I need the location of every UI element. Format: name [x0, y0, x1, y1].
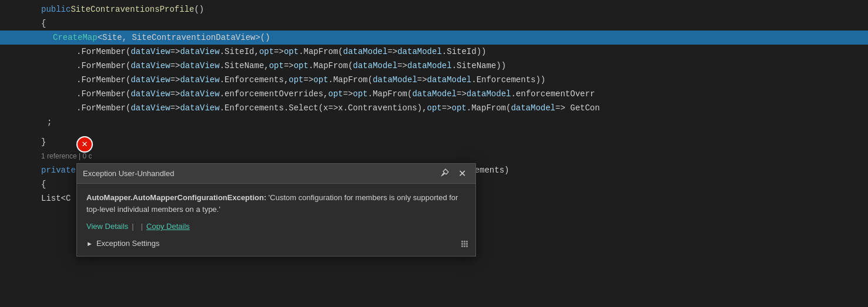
code-line-6: .ForMember(dataView => dataView.Enforcem…: [0, 73, 868, 87]
code-line-close-brace: }: [0, 135, 868, 149]
error-icon: ✕: [76, 136, 93, 153]
close-button[interactable]: ✕: [455, 168, 470, 180]
code-line-8: .ForMember(dataView => dataView.Enforcem…: [0, 101, 868, 115]
svg-rect-3: [461, 243, 463, 245]
error-circle: ✕: [76, 136, 93, 153]
code-line-reference: 1 reference | 0 c: [0, 149, 868, 163]
link-sep-2: |: [141, 222, 143, 231]
popup-body: AutoMapper.AutoMapperConfigurationExcept…: [77, 184, 475, 256]
expand-arrow-icon: ►: [86, 240, 93, 247]
svg-rect-2: [466, 241, 468, 242]
code-line-5: .ForMember(dataView => dataView.SiteName…: [0, 59, 868, 73]
code-line-9: ;: [0, 115, 868, 129]
code-line-7: .ForMember(dataView => dataView.enforcem…: [0, 87, 868, 101]
exception-settings-label: Exception Settings: [96, 239, 160, 248]
exception-settings[interactable]: ► Exception Settings: [86, 237, 466, 250]
code-line-2: {: [0, 16, 868, 31]
grid-icon: [461, 241, 470, 251]
code-line-3: CreateMap<Site, SiteContraventionDataVie…: [0, 31, 868, 45]
svg-rect-6: [461, 245, 463, 247]
svg-rect-4: [464, 243, 465, 245]
live-share-link[interactable]: Copy Details: [146, 222, 190, 231]
code-line-4: .ForMember(dataView => dataView.SiteId, …: [0, 45, 868, 59]
exception-message: AutoMapper.AutoMapperConfigurationExcept…: [86, 192, 466, 215]
svg-rect-0: [461, 241, 463, 242]
popup-title: Exception User-Unhandled: [83, 169, 174, 178]
exception-type: AutoMapper.AutoMapperConfigurationExcept…: [86, 193, 266, 202]
svg-rect-7: [464, 245, 465, 247]
link-sep-1: |: [132, 222, 133, 231]
exception-popup: Exception User-Unhandled ✕ AutoMapper.Au…: [76, 163, 476, 257]
svg-rect-8: [466, 245, 468, 247]
pin-button[interactable]: [438, 167, 451, 180]
code-line-1: public SiteContraventionsProfile(): [0, 0, 868, 16]
popup-links: View Details | | Copy Details: [86, 222, 466, 231]
code-editor: public SiteContraventionsProfile() { Cre…: [0, 0, 868, 307]
svg-rect-5: [466, 243, 468, 245]
svg-rect-1: [464, 241, 465, 242]
popup-header: Exception User-Unhandled ✕: [77, 164, 475, 184]
view-details-link[interactable]: View Details: [86, 222, 128, 231]
popup-controls: ✕: [438, 167, 470, 180]
